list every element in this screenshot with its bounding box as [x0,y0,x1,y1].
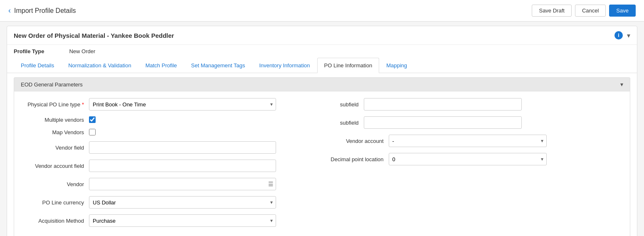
map-vendors-label: Map Vendors [22,129,89,135]
subfield1-input[interactable] [364,98,522,111]
decimal-point-location-label: Decimal point location [331,156,389,162]
tab-normalization-validation[interactable]: Normalization & Validation [61,58,138,73]
physical-po-line-type-select-wrapper: Print Book - One Time Print Book - Subsc… [89,98,276,111]
map-vendors-checkbox-wrapper [89,129,96,135]
subfield2-input[interactable] [364,116,522,129]
tab-set-management-tags[interactable]: Set Management Tags [184,58,252,73]
two-col-form: Physical PO Line type Print Book - One T… [22,98,622,233]
profile-header: New Order of Physical Material - Yankee … [7,26,637,45]
top-bar-right: Save Draft Cancel Save [532,5,636,17]
vendor-input-wrapper: ☰ [89,178,276,190]
vendor-input[interactable] [89,178,276,190]
section-header: EOD General Parameters ▾ [14,77,630,91]
section-body: Physical PO Line type Print Book - One T… [14,91,630,236]
profile-card: New Order of Physical Material - Yankee … [7,26,637,236]
tab-mapping[interactable]: Mapping [379,58,414,73]
decimal-point-location-select-wrapper: 0 1 2 [389,153,547,165]
tab-profile-details[interactable]: Profile Details [14,58,61,73]
vendor-account-select-wrapper: - [389,135,547,147]
cancel-button[interactable]: Cancel [575,5,606,17]
save-draft-button[interactable]: Save Draft [532,5,571,17]
po-line-currency-select-wrapper: US Dollar Euro British Pound [89,196,276,209]
save-button[interactable]: Save [609,5,636,17]
top-bar-left: ‹ Import Profile Details [8,6,76,15]
vendor-account-field-input[interactable] [89,160,276,172]
acquisition-method-label: Acquisition Method [22,218,89,224]
subfield1-label: subfield [331,101,364,108]
left-col: Physical PO Line type Print Book - One T… [22,98,314,233]
multiple-vendors-row: Multiple vendors [22,116,314,123]
back-button[interactable]: ‹ [8,6,11,15]
vendor-account-select[interactable]: - [389,135,547,147]
po-line-currency-row: PO Line currency US Dollar Euro British … [22,196,314,209]
physical-po-line-type-row: Physical PO Line type Print Book - One T… [22,98,314,111]
vendor-label: Vendor [22,181,89,187]
info-icon[interactable]: i [614,31,623,39]
profile-meta: Profile Type New Order [7,45,637,58]
decimal-point-location-row: Decimal point location 0 1 2 [331,153,622,165]
page-title: Import Profile Details [14,7,76,15]
subfield1-row: subfield [331,98,622,111]
vendor-account-row: Vendor account - [331,135,622,147]
vendor-list-icon[interactable]: ☰ [268,181,274,187]
section-title: EOD General Parameters [21,81,83,88]
multiple-vendors-checkbox[interactable] [89,116,96,123]
vendor-account-field-label: Vendor account field [22,163,89,169]
vendor-account-label: Vendor account [331,138,389,144]
vendor-field-label: Vendor field [22,145,89,151]
tabs: Profile Details Normalization & Validati… [7,58,637,73]
vendor-row: Vendor ☰ [22,178,314,190]
profile-chevron-icon[interactable]: ▾ [627,32,630,39]
vendor-field-row: Vendor field [22,141,314,154]
tab-po-line-information[interactable]: PO Line Information [317,58,380,73]
profile-header-icons: i ▾ [614,31,630,39]
profile-type-value: New Order [69,48,95,54]
physical-po-line-type-select[interactable]: Print Book - One Time Print Book - Subsc… [89,98,276,111]
section-chevron-icon[interactable]: ▾ [620,81,623,88]
map-vendors-checkbox[interactable] [89,129,96,135]
profile-name: New Order of Physical Material - Yankee … [14,32,174,39]
multiple-vendors-checkbox-wrapper [89,116,96,123]
subfield2-label: subfield [331,120,364,126]
content-area: EOD General Parameters ▾ Physical PO Lin… [14,77,630,236]
po-line-currency-select[interactable]: US Dollar Euro British Pound [89,196,276,209]
tab-match-profile[interactable]: Match Profile [138,58,184,73]
physical-po-line-type-label: Physical PO Line type [22,101,89,108]
subfield2-row: subfield [331,116,622,129]
multiple-vendors-label: Multiple vendors [22,117,89,123]
top-bar: ‹ Import Profile Details Save Draft Canc… [0,0,644,22]
vendor-account-field-row: Vendor account field [22,160,314,172]
right-col: subfield subfield Vendor account - [331,98,622,233]
acquisition-method-row: Acquisition Method Purchase Gift Deposit… [22,214,314,227]
vendor-field-input[interactable] [89,141,276,154]
map-vendors-row: Map Vendors [22,129,314,135]
decimal-point-location-select[interactable]: 0 1 2 [389,153,547,165]
acquisition-method-select[interactable]: Purchase Gift Depository [89,214,276,227]
tab-inventory-information[interactable]: Inventory Information [252,58,317,73]
acquisition-method-select-wrapper: Purchase Gift Depository [89,214,276,227]
po-line-currency-label: PO Line currency [22,199,89,206]
profile-type-label: Profile Type [14,48,44,54]
